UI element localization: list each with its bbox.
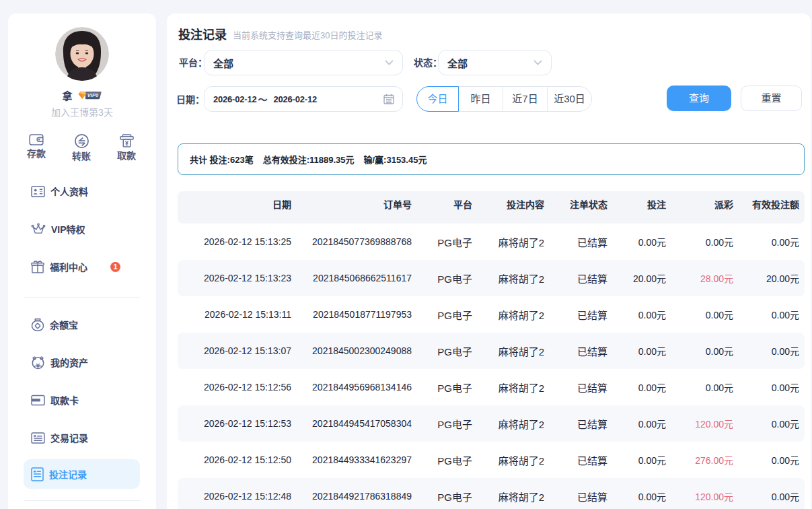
svg-text:VIP0: VIP0 [87, 92, 98, 98]
